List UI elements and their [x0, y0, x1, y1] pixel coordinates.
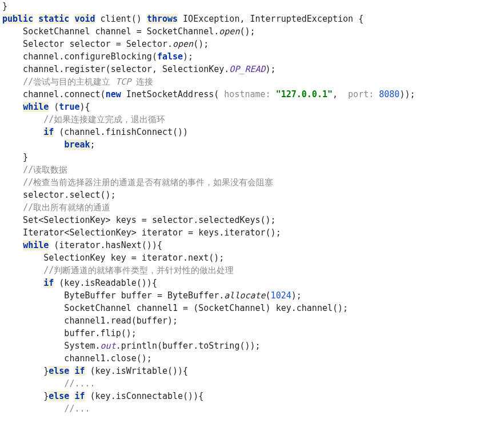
- code-line: channel.configureBlocking(false);: [2, 51, 193, 62]
- code-line: break;: [2, 139, 95, 150]
- code-line: Set<SelectionKey> keys = selector.select…: [2, 215, 276, 225]
- static-call-allocate: allocate: [224, 290, 265, 301]
- comment: 连接: [131, 77, 153, 87]
- keyword-while: while: [23, 102, 49, 112]
- code-line: //....: [2, 378, 95, 389]
- code-line: //如果连接建立完成，退出循环: [2, 114, 165, 125]
- static-call-open: open: [219, 26, 239, 37]
- code-line: channel.register(selector, SelectionKey.…: [2, 64, 276, 74]
- code-line: if (channel.finishConnect()): [2, 127, 188, 137]
- keyword-void: void: [74, 14, 95, 24]
- keyword-throws: throws: [147, 14, 178, 24]
- comment: //取出所有就绪的通道: [23, 202, 110, 213]
- code-line: //判断通道的就绪事件类型，并针对性的做出处理: [2, 265, 234, 276]
- code-line: buffer.flip();: [2, 328, 137, 338]
- code-line: }: [2, 1, 7, 11]
- code-line: selector.select();: [2, 190, 116, 200]
- keyword-if: if: [74, 366, 85, 376]
- code-line: SocketChannel channel = SocketChannel.op…: [2, 26, 255, 37]
- static-call-open: open: [173, 39, 193, 49]
- code-line: ByteBuffer buffer = ByteBuffer.allocate(…: [2, 290, 302, 301]
- code-line: }: [2, 152, 28, 162]
- code-line: channel.connect(new InetSocketAddress( h…: [2, 89, 415, 99]
- keyword-if: if: [74, 391, 85, 401]
- keyword-false: false: [157, 51, 183, 62]
- code-line: SocketChannel channel1 = (SocketChannel)…: [2, 303, 348, 313]
- comment: //如果连接建立完成，退出循环: [43, 114, 165, 125]
- inlay-hint-port: port:: [348, 89, 379, 99]
- keyword-public: public: [2, 14, 33, 24]
- keyword-static: static: [38, 14, 69, 24]
- code-line: }else if (key.isWritable()){: [2, 366, 188, 376]
- code-line: channel1.read(buffer);: [2, 316, 178, 326]
- keyword-if: if: [43, 127, 54, 137]
- code-line: if (key.isReadable()){: [2, 278, 157, 288]
- comment: //....: [64, 378, 95, 389]
- code-line: channel1.close();: [2, 353, 152, 364]
- code-line: //取出所有就绪的通道: [2, 202, 110, 213]
- keyword-true: true: [59, 102, 79, 112]
- keyword-if: if: [43, 278, 54, 288]
- keyword-new: new: [106, 89, 121, 99]
- keyword-break: break: [64, 139, 90, 150]
- const-op-read: OP_READ: [229, 64, 265, 74]
- code-line: System.out.println(buffer.toString());: [2, 341, 261, 351]
- keyword-else: else: [49, 391, 69, 401]
- code-line: Selector selector = Selector.open();: [2, 39, 209, 49]
- code-line: public static void client() throws IOExc…: [2, 14, 363, 24]
- keyword-while: while: [23, 240, 49, 250]
- code-line: SelectionKey key = iterator.next();: [2, 253, 224, 263]
- code-line: //...: [2, 404, 90, 414]
- comment: //判断通道的就绪事件类型，并针对性的做出处理: [43, 265, 234, 276]
- comment: //尝试与目的主机建立: [23, 77, 115, 87]
- keyword-else: else: [49, 366, 69, 376]
- comment: //读取数据: [23, 165, 67, 175]
- code-line: //读取数据: [2, 165, 67, 175]
- comment: //...: [64, 404, 90, 414]
- code-editor-view[interactable]: } public static void client() throws IOE…: [0, 0, 504, 420]
- comment: //检查当前选择器注册的通道是否有就绪的事件，如果没有会阻塞: [23, 177, 273, 187]
- inlay-hint-hostname: hostname:: [224, 89, 275, 99]
- code-line: //检查当前选择器注册的通道是否有就绪的事件，如果没有会阻塞: [2, 177, 273, 187]
- code-line: //尝试与目的主机建立 TCP 连接: [2, 77, 153, 87]
- number-literal: 8080: [379, 89, 399, 99]
- code-line: while (true){: [2, 102, 90, 112]
- field-out: out: [101, 341, 116, 351]
- code-line: Iterator<SelectionKey> iterator = keys.i…: [2, 228, 281, 238]
- code-line: }else if (key.isConnectable()){: [2, 391, 203, 401]
- number-literal: 1024: [271, 290, 291, 301]
- string-literal: "127.0.0.1": [276, 89, 333, 99]
- comment-em: TCP: [115, 77, 131, 87]
- code-line: while (iterator.hasNext()){: [2, 240, 162, 250]
